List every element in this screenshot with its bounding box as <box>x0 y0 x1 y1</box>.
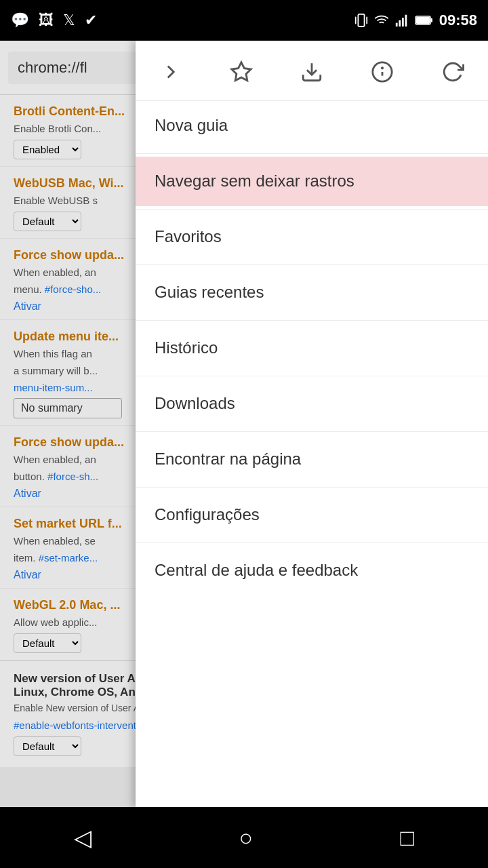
dropdown-icon-row <box>136 41 488 101</box>
menu-item-incognito[interactable]: Navegar sem deixar rastros <box>136 157 488 206</box>
dropdown-overlay: Nova guia Navegar sem deixar rastros Fav… <box>0 41 488 807</box>
vibrate-icon <box>354 13 369 28</box>
menu-item-favoritos[interactable]: Favoritos <box>136 212 488 262</box>
dropdown-panel: Nova guia Navegar sem deixar rastros Fav… <box>136 41 488 807</box>
svg-rect-6 <box>405 15 407 26</box>
menu-item-guias-recentes[interactable]: Guias recentes <box>136 268 488 317</box>
svg-rect-1 <box>355 17 357 24</box>
back-button[interactable]: ◁ <box>74 824 92 851</box>
whatsapp-icon: 💬 <box>11 12 29 29</box>
bookmark-button[interactable] <box>220 53 263 91</box>
divider-7 <box>136 487 488 488</box>
svg-rect-3 <box>396 23 398 26</box>
menu-item-downloads[interactable]: Downloads <box>136 379 488 429</box>
svg-rect-5 <box>402 18 404 26</box>
divider-1 <box>136 153 488 154</box>
svg-rect-8 <box>430 18 432 22</box>
twitter-icon: 𝕏 <box>63 12 75 29</box>
download-icon <box>300 60 323 83</box>
svg-marker-10 <box>232 62 251 81</box>
status-bar-left: 💬 🖼 𝕏 ✔ <box>11 12 97 29</box>
forward-icon <box>159 60 182 83</box>
star-icon <box>230 60 253 83</box>
image-icon: 🖼 <box>39 12 54 29</box>
menu-item-ajuda[interactable]: Central de ajuda e feedback <box>136 546 488 595</box>
divider-8 <box>136 542 488 543</box>
recents-button[interactable]: □ <box>401 825 415 851</box>
reload-icon <box>441 60 464 83</box>
divider-4 <box>136 320 488 321</box>
forward-button[interactable] <box>149 53 192 91</box>
divider-2 <box>136 209 488 210</box>
overlay-dimmed <box>0 41 136 807</box>
battery-icon <box>415 13 434 28</box>
signal-icon <box>394 13 409 28</box>
divider-5 <box>136 376 488 376</box>
svg-rect-2 <box>366 17 367 24</box>
status-bar-right: 09:58 <box>354 12 477 29</box>
wifi-icon <box>374 13 389 28</box>
menu-item-nova-guia[interactable]: Nova guia <box>136 101 488 151</box>
check-icon: ✔ <box>85 12 97 29</box>
svg-rect-4 <box>399 20 401 26</box>
status-time: 09:58 <box>439 12 477 29</box>
menu-item-configuracoes[interactable]: Configurações <box>136 490 488 540</box>
home-button[interactable]: ○ <box>239 825 253 851</box>
download-button[interactable] <box>290 53 333 91</box>
reload-button[interactable] <box>431 53 474 91</box>
divider-3 <box>136 264 488 265</box>
menu-item-encontrar[interactable]: Encontrar na página <box>136 435 488 484</box>
info-icon <box>371 60 394 83</box>
svg-rect-9 <box>416 17 430 24</box>
svg-rect-0 <box>358 14 364 26</box>
status-bar: 💬 🖼 𝕏 ✔ 09:58 <box>0 0 488 41</box>
nav-bar: ◁ ○ □ <box>0 807 488 868</box>
menu-item-historico[interactable]: Histórico <box>136 323 488 373</box>
divider-6 <box>136 431 488 432</box>
info-button[interactable] <box>361 53 404 91</box>
